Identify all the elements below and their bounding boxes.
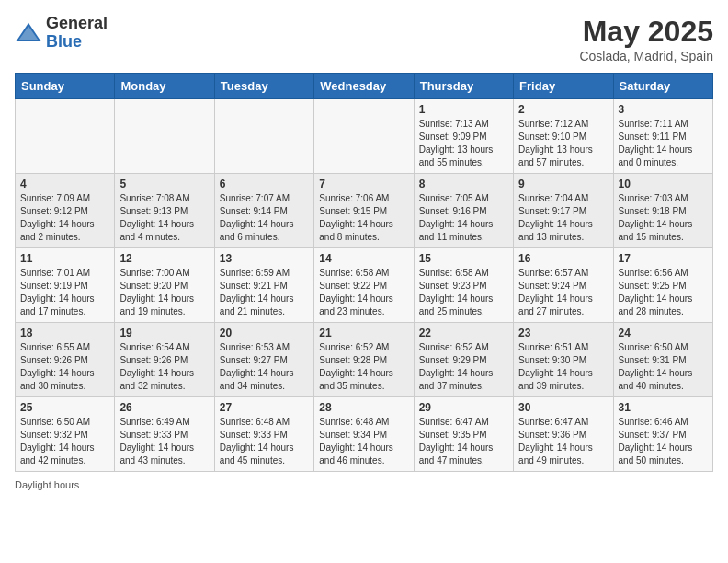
- day-info: Sunrise: 7:03 AMSunset: 9:18 PMDaylight:…: [619, 192, 708, 244]
- day-info: Sunrise: 7:00 AMSunset: 9:20 PMDaylight:…: [119, 267, 209, 318]
- day-cell: 9Sunrise: 7:04 AMSunset: 9:17 PMDaylight…: [514, 174, 613, 248]
- day-cell: 21Sunrise: 6:52 AMSunset: 9:28 PMDayligh…: [314, 323, 414, 397]
- day-info: Sunrise: 6:52 AMSunset: 9:29 PMDaylight:…: [419, 341, 508, 393]
- day-info: Sunrise: 6:49 AMSunset: 9:33 PMDaylight:…: [119, 416, 209, 467]
- day-cell: 27Sunrise: 6:48 AMSunset: 9:33 PMDayligh…: [214, 397, 313, 472]
- day-cell: 7Sunrise: 7:06 AMSunset: 9:15 PMDaylight…: [314, 174, 414, 248]
- week-row-4: 18Sunrise: 6:55 AMSunset: 9:26 PMDayligh…: [16, 323, 713, 397]
- day-cell: 26Sunrise: 6:49 AMSunset: 9:33 PMDayligh…: [115, 397, 214, 472]
- day-cell: 28Sunrise: 6:48 AMSunset: 9:34 PMDayligh…: [314, 397, 414, 472]
- day-cell: 4Sunrise: 7:09 AMSunset: 9:12 PMDaylight…: [16, 174, 115, 248]
- day-header-thursday: Thursday: [414, 74, 513, 99]
- day-number: 15: [419, 252, 508, 265]
- day-cell: 20Sunrise: 6:53 AMSunset: 9:27 PMDayligh…: [214, 323, 313, 397]
- day-cell: 31Sunrise: 6:46 AMSunset: 9:37 PMDayligh…: [613, 397, 712, 472]
- day-cell: 6Sunrise: 7:07 AMSunset: 9:14 PMDaylight…: [214, 174, 313, 248]
- day-cell: 11Sunrise: 7:01 AMSunset: 9:19 PMDayligh…: [16, 248, 115, 323]
- day-number: 11: [20, 252, 109, 265]
- day-number: 17: [619, 252, 708, 265]
- day-number: 8: [419, 178, 508, 190]
- day-cell: 10Sunrise: 7:03 AMSunset: 9:18 PMDayligh…: [613, 174, 712, 248]
- day-number: 20: [220, 327, 309, 339]
- day-header-wednesday: Wednesday: [314, 74, 414, 99]
- day-number: 7: [319, 178, 408, 190]
- day-number: 27: [220, 401, 309, 414]
- day-info: Sunrise: 6:56 AMSunset: 9:25 PMDaylight:…: [619, 267, 708, 318]
- daylight-hours-label: Daylight hours: [15, 479, 79, 490]
- day-cell: 1Sunrise: 7:13 AMSunset: 9:09 PMDaylight…: [414, 99, 513, 174]
- day-number: 12: [119, 252, 209, 265]
- footer: Daylight hours: [15, 479, 713, 490]
- day-cell: 29Sunrise: 6:47 AMSunset: 9:35 PMDayligh…: [414, 397, 513, 472]
- day-cell: 2Sunrise: 7:12 AMSunset: 9:10 PMDaylight…: [514, 99, 613, 174]
- day-info: Sunrise: 6:47 AMSunset: 9:35 PMDaylight:…: [419, 416, 508, 467]
- day-cell: 14Sunrise: 6:58 AMSunset: 9:22 PMDayligh…: [314, 248, 414, 323]
- day-cell: 23Sunrise: 6:51 AMSunset: 9:30 PMDayligh…: [514, 323, 613, 397]
- day-cell: 24Sunrise: 6:50 AMSunset: 9:31 PMDayligh…: [613, 323, 712, 397]
- day-number: 13: [220, 252, 309, 265]
- day-info: Sunrise: 7:01 AMSunset: 9:19 PMDaylight:…: [20, 267, 109, 318]
- logo-general-text: General: [46, 15, 108, 33]
- page-header: General Blue May 2025 Coslada, Madrid, S…: [15, 15, 713, 63]
- day-info: Sunrise: 6:52 AMSunset: 9:28 PMDaylight:…: [319, 341, 408, 393]
- day-header-saturday: Saturday: [613, 74, 712, 99]
- day-header-sunday: Sunday: [16, 74, 115, 99]
- day-info: Sunrise: 7:04 AMSunset: 9:17 PMDaylight:…: [518, 192, 608, 244]
- day-cell: 30Sunrise: 6:47 AMSunset: 9:36 PMDayligh…: [514, 397, 613, 472]
- day-cell: [314, 99, 414, 174]
- day-number: 22: [419, 327, 508, 339]
- week-row-3: 11Sunrise: 7:01 AMSunset: 9:19 PMDayligh…: [16, 248, 713, 323]
- day-number: 14: [319, 252, 408, 265]
- day-cell: 15Sunrise: 6:58 AMSunset: 9:23 PMDayligh…: [414, 248, 513, 323]
- day-number: 30: [518, 401, 608, 414]
- day-info: Sunrise: 7:11 AMSunset: 9:11 PMDaylight:…: [619, 118, 708, 169]
- day-header-tuesday: Tuesday: [214, 74, 313, 99]
- day-info: Sunrise: 7:05 AMSunset: 9:16 PMDaylight:…: [419, 192, 508, 244]
- day-number: 19: [119, 327, 209, 339]
- day-number: 10: [619, 178, 708, 190]
- day-cell: 22Sunrise: 6:52 AMSunset: 9:29 PMDayligh…: [414, 323, 513, 397]
- day-header-friday: Friday: [514, 74, 613, 99]
- day-info: Sunrise: 6:50 AMSunset: 9:32 PMDaylight:…: [20, 416, 109, 467]
- day-info: Sunrise: 6:46 AMSunset: 9:37 PMDaylight:…: [619, 416, 708, 467]
- day-cell: [115, 99, 214, 174]
- day-number: 29: [419, 401, 508, 414]
- day-info: Sunrise: 7:13 AMSunset: 9:09 PMDaylight:…: [419, 118, 508, 169]
- logo: General Blue: [15, 15, 108, 52]
- day-info: Sunrise: 6:50 AMSunset: 9:31 PMDaylight:…: [619, 341, 708, 393]
- calendar-table: SundayMondayTuesdayWednesdayThursdayFrid…: [15, 73, 713, 472]
- day-info: Sunrise: 7:08 AMSunset: 9:13 PMDaylight:…: [119, 192, 209, 244]
- calendar-body: 1Sunrise: 7:13 AMSunset: 9:09 PMDaylight…: [16, 99, 713, 472]
- day-cell: 17Sunrise: 6:56 AMSunset: 9:25 PMDayligh…: [613, 248, 712, 323]
- day-info: Sunrise: 6:48 AMSunset: 9:33 PMDaylight:…: [220, 416, 309, 467]
- day-cell: 8Sunrise: 7:05 AMSunset: 9:16 PMDaylight…: [414, 174, 513, 248]
- day-info: Sunrise: 6:55 AMSunset: 9:26 PMDaylight:…: [20, 341, 109, 393]
- day-number: 21: [319, 327, 408, 339]
- day-number: 9: [518, 178, 608, 190]
- day-number: 5: [119, 178, 209, 190]
- day-info: Sunrise: 6:51 AMSunset: 9:30 PMDaylight:…: [518, 341, 608, 393]
- logo-text: General Blue: [46, 15, 108, 52]
- day-number: 3: [619, 103, 708, 116]
- day-cell: 13Sunrise: 6:59 AMSunset: 9:21 PMDayligh…: [214, 248, 313, 323]
- logo-blue-text: Blue: [46, 33, 108, 52]
- week-row-1: 1Sunrise: 7:13 AMSunset: 9:09 PMDaylight…: [16, 99, 713, 174]
- day-number: 1: [419, 103, 508, 116]
- day-number: 26: [119, 401, 209, 414]
- day-cell: 16Sunrise: 6:57 AMSunset: 9:24 PMDayligh…: [514, 248, 613, 323]
- day-number: 2: [518, 103, 608, 116]
- day-number: 23: [518, 327, 608, 339]
- day-info: Sunrise: 7:12 AMSunset: 9:10 PMDaylight:…: [518, 118, 608, 169]
- day-info: Sunrise: 6:48 AMSunset: 9:34 PMDaylight:…: [319, 416, 408, 467]
- day-cell: 3Sunrise: 7:11 AMSunset: 9:11 PMDaylight…: [613, 99, 712, 174]
- day-number: 16: [518, 252, 608, 265]
- day-number: 6: [220, 178, 309, 190]
- title-block: May 2025 Coslada, Madrid, Spain: [579, 15, 713, 63]
- day-info: Sunrise: 7:07 AMSunset: 9:14 PMDaylight:…: [220, 192, 309, 244]
- location-subtitle: Coslada, Madrid, Spain: [579, 49, 713, 63]
- logo-icon: [15, 19, 42, 47]
- calendar-header: SundayMondayTuesdayWednesdayThursdayFrid…: [16, 74, 713, 99]
- day-number: 28: [319, 401, 408, 414]
- day-number: 25: [20, 401, 109, 414]
- day-info: Sunrise: 6:53 AMSunset: 9:27 PMDaylight:…: [220, 341, 309, 393]
